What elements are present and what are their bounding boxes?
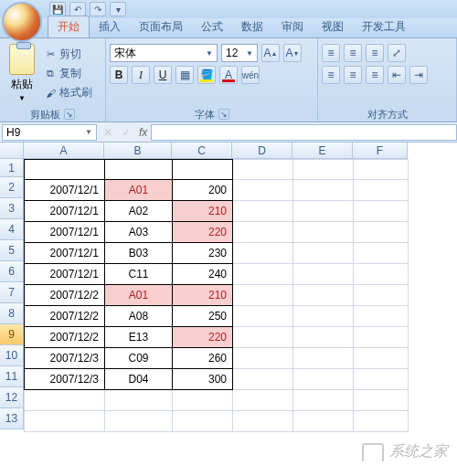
tab-data[interactable]: 数据	[232, 16, 272, 37]
cell[interactable]: 2007/12/1	[25, 180, 105, 201]
column-header-E[interactable]: E	[292, 143, 353, 159]
cell[interactable]	[293, 264, 354, 285]
column-header-A[interactable]: A	[24, 143, 104, 159]
cell[interactable]: 210	[173, 285, 233, 306]
bold-button[interactable]: B	[110, 66, 128, 84]
cancel-formula-icon[interactable]: ✕	[99, 126, 117, 139]
row-header[interactable]: 4	[0, 219, 24, 240]
cell[interactable]	[25, 390, 105, 411]
italic-button[interactable]: I	[132, 66, 150, 84]
cell[interactable]	[293, 201, 354, 222]
phonetic-button[interactable]: wén	[241, 66, 260, 84]
cell[interactable]	[354, 160, 409, 180]
cell[interactable]: A08	[105, 306, 173, 327]
copy-button[interactable]: ⧉复制	[42, 65, 94, 82]
cell[interactable]	[233, 201, 293, 222]
redo-icon[interactable]: ↷	[90, 2, 106, 16]
row-header[interactable]: 1	[0, 159, 24, 177]
row-header[interactable]: 6	[0, 261, 24, 282]
cell[interactable]: 240	[173, 264, 233, 285]
cell[interactable]	[233, 369, 293, 390]
fill-color-button[interactable]: 🪣	[197, 66, 216, 84]
cell[interactable]	[293, 285, 354, 306]
cell[interactable]	[173, 390, 233, 411]
cell[interactable]: 2007/12/1	[25, 201, 105, 222]
cell[interactable]	[354, 348, 409, 369]
cell[interactable]: D04	[105, 369, 173, 390]
row-header[interactable]: 9	[0, 324, 24, 345]
cell[interactable]: 数量	[173, 160, 233, 180]
cell[interactable]: 230	[173, 243, 233, 264]
row-header[interactable]: 12	[0, 387, 24, 408]
align-middle-button[interactable]: ≡	[344, 44, 362, 62]
cell[interactable]	[105, 411, 173, 432]
cell[interactable]	[354, 369, 409, 390]
decrease-indent-button[interactable]: ⇤	[388, 66, 406, 84]
cell[interactable]	[105, 390, 173, 411]
cell[interactable]	[293, 222, 354, 243]
cell[interactable]	[233, 348, 293, 369]
row-header[interactable]: 8	[0, 303, 24, 324]
cell[interactable]	[354, 243, 409, 264]
cell[interactable]	[173, 411, 233, 432]
cell[interactable]	[293, 243, 354, 264]
cell[interactable]: C11	[105, 264, 173, 285]
tab-insert[interactable]: 插入	[90, 16, 130, 37]
cell[interactable]: 2007/12/2	[25, 285, 105, 306]
cell[interactable]	[354, 222, 409, 243]
cell[interactable]: 210	[173, 201, 233, 222]
cell[interactable]	[354, 285, 409, 306]
font-size-combo[interactable]: 12▼	[221, 44, 258, 62]
cell[interactable]	[233, 306, 293, 327]
cell[interactable]: 220	[173, 327, 233, 348]
row-header[interactable]: 5	[0, 240, 24, 261]
cell[interactable]: B03	[105, 243, 173, 264]
cell[interactable]: 2007/12/3	[25, 348, 105, 369]
qat-dropdown-icon[interactable]: ▾	[110, 2, 126, 16]
cell[interactable]: 250	[173, 306, 233, 327]
cell[interactable]: 2007/12/3	[25, 369, 105, 390]
grow-font-button[interactable]: A▲	[261, 44, 280, 62]
row-header[interactable]: 2	[0, 177, 24, 198]
row-header[interactable]: 10	[0, 345, 24, 366]
format-painter-button[interactable]: 🖌格式刷	[42, 84, 94, 101]
cell[interactable]: 220	[173, 222, 233, 243]
tab-review[interactable]: 审阅	[272, 16, 313, 37]
cell[interactable]	[233, 285, 293, 306]
cell[interactable]	[354, 390, 409, 411]
font-color-button[interactable]: A	[219, 66, 238, 84]
align-right-button[interactable]: ≡	[366, 66, 384, 84]
column-header-B[interactable]: B	[104, 143, 172, 159]
cell[interactable]	[293, 348, 354, 369]
cell[interactable]: 300	[173, 369, 233, 390]
cell[interactable]	[354, 201, 409, 222]
column-header-C[interactable]: C	[172, 143, 232, 159]
row-header[interactable]: 13	[0, 408, 24, 429]
office-button[interactable]	[2, 2, 42, 42]
cell[interactable]	[233, 222, 293, 243]
cut-button[interactable]: ✂剪切	[42, 46, 94, 63]
fx-icon[interactable]: fx	[135, 126, 151, 139]
cell[interactable]: 日期	[25, 160, 105, 180]
column-header-F[interactable]: F	[353, 143, 408, 159]
cell[interactable]: 2007/12/2	[25, 327, 105, 348]
cell[interactable]	[233, 327, 293, 348]
cell[interactable]	[354, 180, 409, 201]
cell[interactable]	[293, 327, 354, 348]
cell[interactable]: A01	[105, 180, 173, 201]
cell[interactable]	[354, 411, 409, 432]
row-header[interactable]: 7	[0, 282, 24, 303]
cell[interactable]: E13	[105, 327, 173, 348]
border-button[interactable]: ▦	[175, 66, 194, 84]
tab-page-layout[interactable]: 页面布局	[130, 16, 192, 37]
cell[interactable]	[293, 180, 354, 201]
tab-home[interactable]: 开始	[48, 16, 90, 37]
cell[interactable]	[233, 264, 293, 285]
cell[interactable]: 260	[173, 348, 233, 369]
align-left-button[interactable]: ≡	[322, 66, 340, 84]
paste-button[interactable]: 粘贴 ▼	[4, 40, 40, 107]
undo-icon[interactable]: ↶	[69, 2, 86, 16]
row-header[interactable]: 11	[0, 366, 24, 387]
tab-formulas[interactable]: 公式	[192, 16, 232, 37]
cell[interactable]	[293, 369, 354, 390]
